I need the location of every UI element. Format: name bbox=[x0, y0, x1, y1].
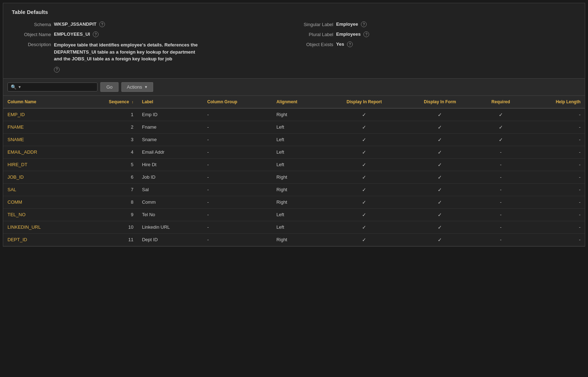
header-section: Table Defaults Schema WKSP_JSSANDPIT ? O… bbox=[3, 3, 585, 79]
col-header-sequence[interactable]: Sequence ↕ bbox=[78, 96, 138, 108]
page-title: Table Defaults bbox=[12, 9, 576, 15]
cell-column-name[interactable]: FNAME bbox=[3, 121, 78, 133]
col-header-label[interactable]: Label bbox=[138, 96, 203, 108]
cell-sequence: 3 bbox=[78, 133, 138, 146]
object-exists-help-icon[interactable]: ? bbox=[347, 41, 353, 47]
cell-display-in-report: ✓ bbox=[325, 133, 403, 146]
object-name-row: Object Name EMPLOYEES_UI ? bbox=[12, 31, 294, 37]
cell-required: - bbox=[476, 171, 525, 183]
check-mark: ✓ bbox=[362, 174, 366, 180]
table-row[interactable]: SNAME 3 Sname - Left ✓ ✓ ✓ - bbox=[3, 133, 585, 146]
check-mark: ✓ bbox=[362, 112, 366, 118]
cell-label: Job ID bbox=[138, 171, 203, 183]
table-row[interactable]: TEL_NO 9 Tel No - Left ✓ ✓ - - bbox=[3, 208, 585, 221]
check-mark: ✓ bbox=[362, 237, 366, 243]
check-mark: ✓ bbox=[438, 174, 442, 180]
schema-help-icon[interactable]: ? bbox=[99, 21, 105, 27]
cell-alignment: Left bbox=[272, 133, 325, 146]
description-help-row: ? bbox=[12, 67, 294, 73]
actions-button[interactable]: Actions ▼ bbox=[121, 82, 153, 92]
check-mark: ✓ bbox=[499, 124, 503, 130]
table-wrapper: Column Name Sequence ↕ Label Column Grou… bbox=[3, 96, 585, 246]
cell-sequence: 6 bbox=[78, 171, 138, 183]
cell-alignment: Left bbox=[272, 158, 325, 171]
plural-label-help-icon[interactable]: ? bbox=[363, 31, 369, 37]
table-row[interactable]: DEPT_ID 11 Dept ID - Right ✓ ✓ - - bbox=[3, 233, 585, 246]
cell-column-name[interactable]: EMAIL_ADDR bbox=[3, 146, 78, 158]
cell-display-in-form: ✓ bbox=[403, 146, 476, 158]
check-mark: ✓ bbox=[499, 137, 503, 143]
cell-display-in-report: ✓ bbox=[325, 158, 403, 171]
check-mark: ✓ bbox=[362, 187, 366, 193]
table-row[interactable]: COMM 8 Comm - Right ✓ ✓ - - bbox=[3, 196, 585, 208]
dash-value: - bbox=[500, 224, 501, 230]
table-row[interactable]: EMAIL_ADDR 4 Email Addr - Left ✓ ✓ - - bbox=[3, 146, 585, 158]
col-header-column-name[interactable]: Column Name bbox=[3, 96, 78, 108]
object-name-label: Object Name bbox=[12, 31, 51, 37]
cell-display-in-form: ✓ bbox=[403, 171, 476, 183]
cell-display-in-form: ✓ bbox=[403, 121, 476, 133]
cell-display-in-form: ✓ bbox=[403, 133, 476, 146]
cell-label: Linkedin URL bbox=[138, 221, 203, 233]
cell-column-name[interactable]: LINKEDIN_URL bbox=[3, 221, 78, 233]
cell-required: ✓ bbox=[476, 121, 525, 133]
cell-column-group: - bbox=[203, 133, 272, 146]
cell-column-name[interactable]: SAL bbox=[3, 183, 78, 196]
cell-column-group: - bbox=[203, 171, 272, 183]
cell-column-group: - bbox=[203, 183, 272, 196]
cell-required: - bbox=[476, 208, 525, 221]
cell-column-name[interactable]: HIRE_DT bbox=[3, 158, 78, 171]
cell-column-name[interactable]: EMP_ID bbox=[3, 108, 78, 121]
col-header-display-in-form[interactable]: Display In Form bbox=[403, 96, 476, 108]
cell-label: Fname bbox=[138, 121, 203, 133]
meta-left: Schema WKSP_JSSANDPIT ? Object Name EMPL… bbox=[12, 21, 294, 73]
cell-display-in-report: ✓ bbox=[325, 108, 403, 121]
cell-required: - bbox=[476, 146, 525, 158]
cell-column-name[interactable]: SNAME bbox=[3, 133, 78, 146]
cell-help-length: - bbox=[525, 233, 585, 246]
cell-help-length: - bbox=[525, 221, 585, 233]
check-mark: ✓ bbox=[438, 149, 442, 155]
dash-value: - bbox=[500, 149, 501, 155]
table-row[interactable]: SAL 7 Sal - Right ✓ ✓ - - bbox=[3, 183, 585, 196]
cell-alignment: Right bbox=[272, 171, 325, 183]
cell-sequence: 2 bbox=[78, 121, 138, 133]
table-row[interactable]: JOB_ID 6 Job ID - Right ✓ ✓ - - bbox=[3, 171, 585, 183]
go-button[interactable]: Go bbox=[100, 82, 119, 92]
search-wrapper[interactable]: 🔍 ▼ bbox=[7, 83, 97, 91]
cell-help-length: - bbox=[525, 108, 585, 121]
check-mark: ✓ bbox=[362, 124, 366, 130]
cell-display-in-form: ✓ bbox=[403, 196, 476, 208]
cell-help-length: - bbox=[525, 208, 585, 221]
cell-column-name[interactable]: JOB_ID bbox=[3, 171, 78, 183]
cell-column-name[interactable]: DEPT_ID bbox=[3, 233, 78, 246]
table-row[interactable]: LINKEDIN_URL 10 Linkedin URL - Left ✓ ✓ … bbox=[3, 221, 585, 233]
col-header-required[interactable]: Required bbox=[476, 96, 525, 108]
actions-label: Actions bbox=[127, 84, 142, 90]
description-help-icon[interactable]: ? bbox=[54, 67, 60, 73]
col-header-alignment[interactable]: Alignment bbox=[272, 96, 325, 108]
col-header-help-length[interactable]: Help Length bbox=[525, 96, 585, 108]
object-name-help-icon[interactable]: ? bbox=[93, 31, 99, 37]
table-row[interactable]: FNAME 2 Fname - Left ✓ ✓ ✓ - bbox=[3, 121, 585, 133]
cell-alignment: Right bbox=[272, 183, 325, 196]
cell-sequence: 11 bbox=[78, 233, 138, 246]
col-header-column-group[interactable]: Column Group bbox=[203, 96, 272, 108]
table-row[interactable]: EMP_ID 1 Emp ID - Right ✓ ✓ ✓ - bbox=[3, 108, 585, 121]
singular-label-help-icon[interactable]: ? bbox=[361, 21, 367, 27]
cell-required: - bbox=[476, 233, 525, 246]
cell-display-in-form: ✓ bbox=[403, 221, 476, 233]
check-mark: ✓ bbox=[438, 137, 442, 143]
search-input[interactable] bbox=[23, 84, 94, 90]
object-exists-row: Object Exists Yes ? bbox=[294, 41, 577, 47]
meta-right: Singular Label Employee ? Plural Label E… bbox=[294, 21, 577, 73]
meta-grid: Schema WKSP_JSSANDPIT ? Object Name EMPL… bbox=[12, 21, 576, 73]
table-row[interactable]: HIRE_DT 5 Hire Dt - Left ✓ ✓ - - bbox=[3, 158, 585, 171]
cell-sequence: 5 bbox=[78, 158, 138, 171]
cell-column-name[interactable]: TEL_NO bbox=[3, 208, 78, 221]
col-header-display-in-report[interactable]: Display In Report bbox=[325, 96, 403, 108]
cell-column-name[interactable]: COMM bbox=[3, 196, 78, 208]
cell-sequence: 7 bbox=[78, 183, 138, 196]
cell-alignment: Right bbox=[272, 108, 325, 121]
cell-column-group: - bbox=[203, 208, 272, 221]
